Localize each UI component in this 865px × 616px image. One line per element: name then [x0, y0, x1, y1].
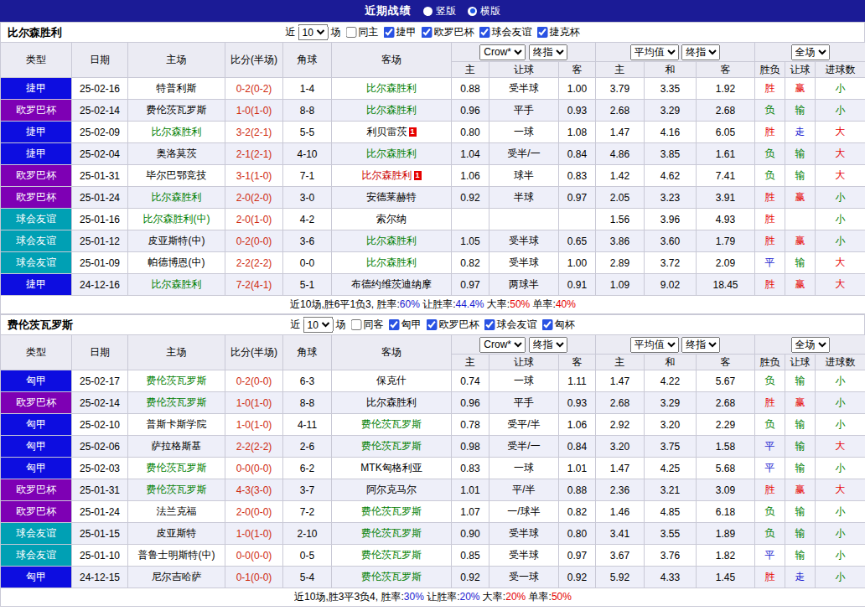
checkbox[interactable] — [389, 319, 400, 330]
home-team[interactable]: 比尔森胜利 — [128, 122, 225, 143]
away-team[interactable]: 安德莱赫特 — [332, 187, 452, 209]
match-score[interactable]: 2-0(1-0) — [225, 209, 283, 230]
average-select[interactable]: 平均值 — [630, 44, 679, 60]
away-team[interactable]: 布德约维茨迪纳摩 — [332, 274, 452, 296]
match-score[interactable]: 2-1(2-1) — [225, 143, 283, 165]
team-link[interactable]: 比尔森胜利 — [366, 396, 417, 408]
home-team[interactable]: 奥洛莫茨 — [128, 143, 225, 165]
team-link[interactable]: 费伦茨瓦罗斯 — [147, 462, 207, 474]
away-team[interactable]: 费伦茨瓦罗斯 — [332, 436, 452, 458]
team-link[interactable]: 费伦茨瓦罗斯 — [147, 375, 207, 386]
team-link[interactable]: 比尔森胜利 — [152, 278, 202, 290]
away-team[interactable]: 阿尔克马尔 — [332, 479, 452, 501]
league-filter-checkbox[interactable]: 球会友谊 — [484, 318, 537, 332]
match-score[interactable]: 1-0(1-0) — [225, 414, 283, 436]
layout-radio-horizontal[interactable]: 横版 — [468, 4, 500, 18]
team-link[interactable]: 皮亚斯特(中) — [148, 235, 205, 246]
away-team[interactable]: 比尔森胜利 — [332, 230, 452, 252]
team-link[interactable]: 费伦茨瓦罗斯 — [147, 396, 207, 408]
match-score[interactable]: 0-2(0-0) — [225, 370, 283, 392]
home-team[interactable]: 比尔森胜利(中) — [128, 209, 225, 230]
match-score[interactable]: 2-2(2-2) — [225, 436, 283, 458]
home-team[interactable]: 普鲁士明斯特(中) — [128, 545, 225, 567]
away-team[interactable]: 费伦茨瓦罗斯 — [332, 545, 452, 567]
league-filter-checkbox[interactable]: 匈甲 — [389, 318, 422, 332]
team-link[interactable]: 比尔森胜利 — [152, 126, 202, 137]
home-team[interactable]: 萨拉格斯基 — [128, 436, 225, 458]
team-link[interactable]: 法兰克福 — [157, 505, 197, 517]
home-team[interactable]: 费伦茨瓦罗斯 — [128, 479, 225, 501]
team-link[interactable]: 阿尔克马尔 — [366, 484, 417, 495]
team-link[interactable]: 比尔森胜利 — [366, 104, 417, 116]
odds-stage-select[interactable]: 终指 — [681, 44, 720, 60]
home-team[interactable]: 帕德博恩(中) — [128, 252, 225, 274]
team-link[interactable]: 比尔森胜利 — [366, 82, 417, 94]
team-link[interactable]: 费伦茨瓦罗斯 — [361, 527, 422, 539]
home-team[interactable]: 法兰克福 — [128, 501, 225, 523]
away-team[interactable]: 费伦茨瓦罗斯 — [332, 523, 452, 545]
team-link[interactable]: 比尔森胜利 — [362, 169, 412, 181]
match-score[interactable]: 1-0(1-0) — [225, 523, 283, 545]
home-team[interactable]: 皮亚斯特 — [128, 523, 225, 545]
away-team[interactable]: 比尔森胜利 — [332, 252, 452, 274]
match-score[interactable]: 0-2(0-0) — [225, 230, 283, 252]
team-link[interactable]: 布德约维茨迪纳摩 — [351, 278, 432, 290]
checkbox[interactable] — [427, 319, 438, 330]
team-link[interactable]: 比尔森胜利 — [366, 148, 417, 159]
odds-stage-select[interactable]: 终指 — [529, 44, 567, 60]
league-filter-checkbox[interactable]: 捷甲 — [384, 25, 417, 39]
home-team[interactable]: 尼尔吉哈萨 — [128, 567, 225, 588]
team-link[interactable]: 费伦茨瓦罗斯 — [361, 549, 422, 561]
home-team[interactable]: 费伦茨瓦罗斯 — [128, 100, 225, 122]
team-link[interactable]: 费伦茨瓦罗斯 — [361, 505, 422, 517]
team-link[interactable]: 萨拉格斯基 — [152, 440, 202, 452]
away-team[interactable]: 比尔森胜利 — [332, 100, 452, 122]
team-link[interactable]: 比尔森胜利(中) — [143, 213, 210, 225]
team-link[interactable]: 比尔森胜利 — [366, 256, 417, 268]
away-team[interactable]: 比尔森胜利1 — [332, 165, 452, 187]
checkbox[interactable] — [484, 319, 495, 330]
team-link[interactable]: 奥洛莫茨 — [157, 148, 197, 159]
match-score[interactable]: 1-0(1-0) — [225, 392, 283, 414]
team-link[interactable]: MTK匈格利亚 — [360, 462, 422, 474]
league-filter-checkbox[interactable]: 欧罗巴杯 — [427, 318, 479, 332]
away-team[interactable]: 比尔森胜利 — [332, 392, 452, 414]
team-link[interactable]: 费伦茨瓦罗斯 — [147, 104, 207, 116]
away-team[interactable]: MTK匈格利亚 — [332, 458, 452, 479]
team-link[interactable]: 利贝雷茨 — [367, 126, 407, 137]
team-link[interactable]: 索尔纳 — [376, 213, 407, 225]
home-team[interactable]: 费伦茨瓦罗斯 — [128, 370, 225, 392]
match-score[interactable]: 0-1(0-0) — [225, 567, 283, 588]
home-team[interactable]: 普斯卡斯学院 — [128, 414, 225, 436]
checkbox[interactable] — [479, 27, 490, 38]
match-score[interactable]: 0-0(0-0) — [225, 458, 283, 479]
match-score[interactable]: 7-2(4-1) — [225, 274, 283, 296]
match-score[interactable]: 2-2(2-2) — [225, 252, 283, 274]
layout-radio-vertical[interactable]: 竖版 — [423, 4, 456, 18]
team-link[interactable]: 帕德博恩(中) — [148, 256, 205, 268]
away-team[interactable]: 比尔森胜利 — [332, 78, 452, 100]
team-link[interactable]: 尼尔吉哈萨 — [152, 571, 202, 582]
team-link[interactable]: 安德莱赫特 — [366, 191, 417, 203]
checkbox[interactable] — [351, 319, 362, 330]
same-venue-checkbox[interactable]: 同主 — [346, 25, 379, 39]
scope-select[interactable]: 全场 — [791, 44, 830, 60]
team-link[interactable]: 比尔森胜利 — [152, 191, 202, 203]
average-select[interactable]: 平均值 — [630, 337, 679, 353]
team-link[interactable]: 特普利斯 — [157, 82, 197, 94]
odds-stage-select[interactable]: 终指 — [681, 337, 720, 353]
home-team[interactable]: 比尔森胜利 — [128, 274, 225, 296]
team-link[interactable]: 费伦茨瓦罗斯 — [147, 484, 207, 495]
league-filter-checkbox[interactable]: 球会友谊 — [479, 25, 532, 39]
team-link[interactable]: 皮亚斯特 — [157, 527, 197, 539]
same-venue-checkbox[interactable]: 同客 — [351, 318, 384, 332]
checkbox[interactable] — [542, 319, 553, 330]
match-score[interactable]: 0-2(0-2) — [225, 78, 283, 100]
checkbox[interactable] — [384, 27, 395, 38]
home-team[interactable]: 比尔森胜利 — [128, 187, 225, 209]
team-link[interactable]: 毕尔巴鄂竞技 — [147, 169, 207, 181]
away-team[interactable]: 索尔纳 — [332, 209, 452, 230]
team-link[interactable]: 费伦茨瓦罗斯 — [361, 440, 422, 452]
recent-count-select[interactable]: 10 — [303, 317, 334, 333]
odds-stage-select[interactable]: 终指 — [529, 337, 567, 353]
